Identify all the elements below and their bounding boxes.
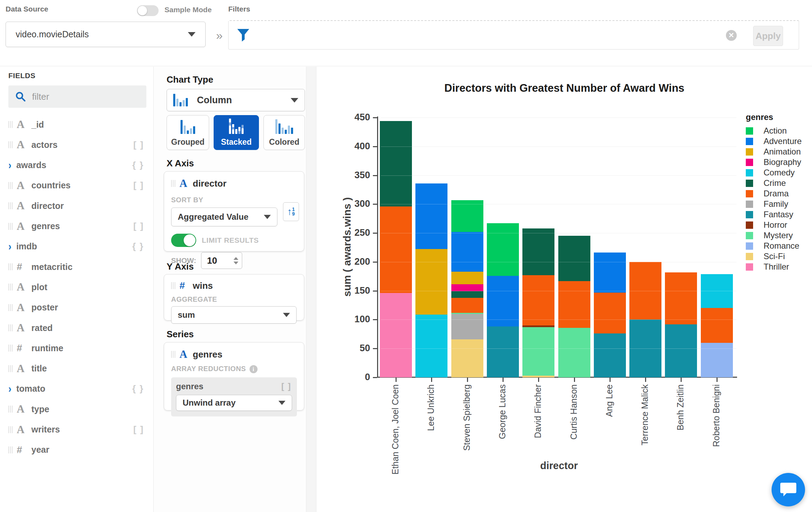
bar-segment-Mystery[interactable] xyxy=(522,327,554,376)
drag-handle-icon[interactable] xyxy=(8,263,13,270)
reduction-select[interactable]: Unwind array xyxy=(176,395,292,411)
legend-item-Horror[interactable]: Horror xyxy=(746,220,802,230)
bar-segment-Thriller[interactable] xyxy=(380,293,412,377)
legend-item-Drama[interactable]: Drama xyxy=(746,188,802,199)
drag-handle-icon[interactable] xyxy=(8,284,13,291)
bar-segment-Adventure[interactable] xyxy=(415,183,447,249)
drag-handle-icon[interactable] xyxy=(8,406,13,413)
bar-segment-Sci-Fi[interactable] xyxy=(451,339,483,377)
field-row-director[interactable]: Adirector xyxy=(0,196,154,216)
y-axis-field[interactable]: # wins xyxy=(171,280,297,291)
bar-segment-Drama[interactable] xyxy=(594,293,626,334)
field-row-actors[interactable]: Aactors[ ] xyxy=(0,135,154,155)
bar-segment-Crime[interactable] xyxy=(522,228,554,275)
drag-handle-icon[interactable] xyxy=(171,351,175,358)
show-count-stepper[interactable]: 10 xyxy=(201,252,242,269)
legend-item-Adventure[interactable]: Adventure xyxy=(746,136,802,146)
bar-segment-Action[interactable] xyxy=(451,200,483,232)
field-row-countries[interactable]: Acountries[ ] xyxy=(0,175,154,196)
drag-handle-icon[interactable] xyxy=(8,446,13,453)
bar-segment-Drama[interactable] xyxy=(701,308,733,342)
sort-order-button[interactable]: ↑ 19 xyxy=(283,202,299,221)
bar-segment-Drama[interactable] xyxy=(380,206,412,293)
bar-segment-Adventure[interactable] xyxy=(451,232,483,272)
legend-item-Thriller[interactable]: Thriller xyxy=(746,262,802,272)
bar-George Lucas[interactable] xyxy=(487,223,519,377)
legend-item-Fantasy[interactable]: Fantasy xyxy=(746,209,802,220)
field-row-genres[interactable]: Agenres[ ] xyxy=(0,216,154,236)
legend-item-Sci-Fi[interactable]: Sci-Fi xyxy=(746,251,802,262)
bar-segment-Adventure[interactable] xyxy=(594,253,626,292)
bar-segment-Drama[interactable] xyxy=(451,298,483,313)
field-row-_id[interactable]: A_id xyxy=(0,114,154,135)
drag-handle-icon[interactable] xyxy=(8,324,13,331)
field-row-imdb[interactable]: ›imdb{ } xyxy=(0,236,154,257)
expand-chevron-icon[interactable]: › xyxy=(8,382,12,395)
bar-segment-Drama[interactable] xyxy=(665,272,697,324)
variant-button-stacked[interactable]: Stacked xyxy=(214,115,259,150)
expand-chevron-icon[interactable]: › xyxy=(8,159,12,172)
field-row-plot[interactable]: Aplot xyxy=(0,277,154,297)
bar-Ethan Coen, Joel Coen[interactable] xyxy=(380,121,412,377)
bar-segment-Animation[interactable] xyxy=(451,272,483,284)
drag-handle-icon[interactable] xyxy=(8,121,13,128)
drag-handle-icon[interactable] xyxy=(8,202,13,209)
bar-segment-Comedy[interactable] xyxy=(415,315,447,377)
expand-chevron-icon[interactable]: › xyxy=(8,240,12,253)
variant-button-grouped[interactable]: Grouped xyxy=(167,115,209,150)
drag-handle-icon[interactable] xyxy=(8,304,13,311)
legend-item-Biography[interactable]: Biography xyxy=(746,157,802,167)
bar-segment-Crime[interactable] xyxy=(380,121,412,206)
drag-handle-icon[interactable] xyxy=(171,180,175,187)
legend-item-Animation[interactable]: Animation xyxy=(746,146,802,157)
stepper-arrows-icon[interactable] xyxy=(233,257,238,264)
bar-segment-Fantasy[interactable] xyxy=(594,333,626,377)
drag-handle-icon[interactable] xyxy=(8,141,13,148)
legend-item-Family[interactable]: Family xyxy=(746,199,802,209)
drag-handle-icon[interactable] xyxy=(171,282,175,289)
legend-item-Comedy[interactable]: Comedy xyxy=(746,167,802,178)
bar-Curtis Hanson[interactable] xyxy=(558,236,590,377)
field-row-runtime[interactable]: #runtime xyxy=(0,338,154,358)
legend-item-Mystery[interactable]: Mystery xyxy=(746,230,802,241)
limit-results-toggle[interactable] xyxy=(171,234,196,247)
field-row-tomato[interactable]: ›tomato{ } xyxy=(0,379,154,399)
drag-handle-icon[interactable] xyxy=(8,345,13,352)
field-row-type[interactable]: Atype xyxy=(0,399,154,419)
field-row-rated[interactable]: Arated xyxy=(0,318,154,338)
bar-Benh Zeitlin[interactable] xyxy=(665,272,697,377)
x-axis-field[interactable]: A director xyxy=(171,177,297,190)
bar-Ang Lee[interactable] xyxy=(594,253,626,377)
field-filter-box[interactable] xyxy=(8,85,146,108)
bar-segment-Drama[interactable] xyxy=(558,281,590,328)
drag-handle-icon[interactable] xyxy=(8,365,13,372)
filters-input-area[interactable]: ✕ Apply xyxy=(228,20,799,50)
drag-handle-icon[interactable] xyxy=(8,182,13,189)
bar-segment-Crime[interactable] xyxy=(451,291,483,298)
data-source-select[interactable]: video.movieDetails xyxy=(6,22,206,47)
field-row-writers[interactable]: Awriters[ ] xyxy=(0,420,154,440)
bar-segment-Fantasy[interactable] xyxy=(487,326,519,377)
chart-type-select[interactable]: Column xyxy=(167,89,305,111)
apply-button[interactable]: Apply xyxy=(753,26,783,46)
bar-segment-Mystery[interactable] xyxy=(558,328,590,377)
series-field[interactable]: A genres xyxy=(171,348,297,361)
bar-segment-Biography[interactable] xyxy=(451,284,483,291)
aggregate-select[interactable]: sum xyxy=(171,306,297,324)
intercom-launcher[interactable] xyxy=(772,473,805,506)
bar-segment-Crime[interactable] xyxy=(558,236,590,281)
bar-segment-Animation[interactable] xyxy=(415,249,447,314)
field-row-metacritic[interactable]: #metacritic xyxy=(0,257,154,277)
clear-filters-close-icon[interactable]: ✕ xyxy=(726,30,737,41)
variant-button-colored[interactable]: Colored xyxy=(263,115,305,150)
sort-by-select[interactable]: Aggregated Value xyxy=(171,208,277,226)
bar-segment-Adventure[interactable] xyxy=(487,276,519,327)
bar-segment-Fantasy[interactable] xyxy=(665,324,697,377)
field-row-poster[interactable]: Aposter xyxy=(0,298,154,318)
bar-segment-Family[interactable] xyxy=(451,314,483,339)
field-row-awards[interactable]: ›awards{ } xyxy=(0,155,154,175)
legend-item-Romance[interactable]: Romance xyxy=(746,241,802,251)
field-row-title[interactable]: Atitle xyxy=(0,359,154,379)
legend-item-Action[interactable]: Action xyxy=(746,126,802,136)
bar-David Fincher[interactable] xyxy=(522,228,554,377)
